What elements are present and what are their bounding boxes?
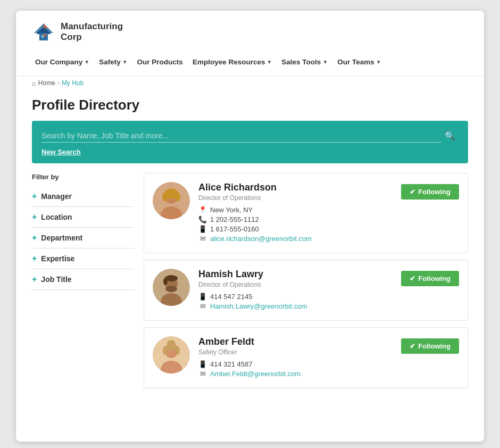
new-search-button[interactable]: New Search [41,145,81,156]
filter-expertise-label: Expertise [41,254,74,263]
svg-point-11 [175,192,180,202]
svg-point-10 [162,192,168,202]
page-wrapper: Manufacturing Corp Our Company ▼ Safety … [16,11,484,442]
following-button-alice[interactable]: ✔ Following [401,184,459,200]
profile-info-amber: Amber Feldt Safety Officer 📱 414 321 458… [198,336,393,379]
profile-title-hamish: Director of Operations [198,281,393,288]
nav-item-our-company[interactable]: Our Company ▼ [32,56,93,68]
profile-list: Alice Richardson Director of Operations … [144,173,468,395]
nav-item-sales-tools[interactable]: Sales Tools ▼ [278,56,331,68]
mobile-icon: 📱 [198,293,207,301]
profile-phone1-alice: 📞 1 202-555-1112 [198,215,393,223]
plus-icon: + [32,254,37,263]
search-row: 🔍 [41,129,459,143]
avatar-amber[interactable] [153,336,190,374]
phone-icon: 📞 [198,215,207,223]
svg-point-23 [163,346,167,355]
filter-location-label: Location [41,213,72,221]
mobile-icon: 📱 [198,225,207,233]
nav-item-our-teams[interactable]: Our Teams ▼ [334,56,384,68]
svg-rect-3 [41,35,44,38]
filter-title: Filter by [32,173,134,181]
checkmark-icon: ✔ [410,188,415,196]
profile-location-alice: 📍 New York, NY [198,206,393,214]
search-section: 🔍 New Search [32,121,468,163]
page-title: Profile Directory [16,87,484,121]
avatar-hamish[interactable] [153,269,190,306]
filter-panel: Filter by + Manager + Location + Departm… [32,173,144,395]
search-button[interactable]: 🔍 [441,130,459,142]
following-button-hamish[interactable]: ✔ Following [401,271,459,286]
chevron-down-icon: ▼ [376,59,381,65]
logo-area: Manufacturing Corp [32,21,468,43]
profile-name-alice[interactable]: Alice Richardson [198,182,393,193]
profile-email-amber[interactable]: ✉ Amber.Feldt@greenorbit.com [198,370,393,378]
nav-item-employee-resources[interactable]: Employee Resources ▼ [189,56,275,68]
filter-location[interactable]: + Location [32,207,134,228]
breadcrumb-home-link[interactable]: Home [38,79,55,87]
profile-card-amber: Amber Feldt Safety Officer 📱 414 321 458… [144,327,468,388]
chevron-down-icon: ▼ [84,59,89,65]
profile-card-hamish: Hamish Lawry Director of Operations 📱 41… [144,260,468,321]
chevron-down-icon: ▼ [266,59,272,65]
email-icon: ✉ [198,302,207,310]
logo-text: Manufacturing Corp [61,21,123,43]
filter-expertise[interactable]: + Expertise [32,248,134,269]
profile-name-hamish[interactable]: Hamish Lawry [198,269,393,280]
profile-phone2-amber: 📱 414 321 4587 [198,360,393,368]
filter-job-title-label: Job Title [41,275,71,284]
svg-rect-4 [44,34,46,36]
main-content: Filter by + Manager + Location + Departm… [16,173,484,395]
main-nav: Our Company ▼ Safety ▼ Our Products Empl… [32,52,468,70]
filter-department-label: Department [41,234,82,242]
profile-name-amber[interactable]: Amber Feldt [198,336,393,347]
filter-department[interactable]: + Department [32,228,134,248]
chevron-down-icon: ▼ [322,59,328,65]
profile-phone2-alice: 📱 1 617-555-0160 [198,225,393,233]
checkmark-icon: ✔ [410,275,415,283]
filter-manager[interactable]: + Manager [32,186,134,207]
plus-icon: + [32,212,37,222]
plus-icon: + [32,233,37,243]
following-button-amber[interactable]: ✔ Following [401,338,459,354]
profile-info-alice: Alice Richardson Director of Operations … [198,182,393,244]
logo-icon [32,21,55,43]
email-icon: ✉ [198,235,207,243]
breadcrumb-separator: › [57,79,60,87]
profile-card-alice: Alice Richardson Director of Operations … [144,173,468,253]
checkmark-icon: ✔ [410,342,415,350]
filter-manager-label: Manager [41,192,72,201]
svg-point-15 [165,286,177,292]
nav-item-safety[interactable]: Safety ▼ [96,56,130,68]
profile-phone2-hamish: 📱 414 547 2145 [198,293,393,301]
profile-info-hamish: Hamish Lawry Director of Operations 📱 41… [198,269,393,312]
filter-job-title[interactable]: + Job Title [32,269,134,290]
plus-icon: + [32,275,37,284]
home-icon: ⌂ [32,79,36,87]
avatar-alice[interactable] [153,182,190,219]
profile-email-hamish[interactable]: ✉ Hamish.Lawry@greenorbit.com [198,302,393,310]
breadcrumb-current[interactable]: My Hub [62,79,84,87]
location-icon: 📍 [198,206,207,214]
svg-point-24 [176,346,180,355]
chevron-down-icon: ▼ [122,59,128,65]
email-icon: ✉ [198,370,207,378]
svg-point-17 [163,278,168,285]
profile-email-alice[interactable]: ✉ alice.richardson@greenorbit.com [198,235,393,243]
mobile-icon: 📱 [198,360,207,368]
profile-title-alice: Director of Operations [198,194,393,202]
breadcrumb: ⌂ Home › My Hub [16,76,484,87]
nav-item-our-products[interactable]: Our Products [134,56,186,68]
plus-icon: + [32,192,37,201]
search-input[interactable] [41,129,441,143]
header: Manufacturing Corp Our Company ▼ Safety … [16,11,484,76]
profile-title-amber: Safety Officer [198,349,393,356]
